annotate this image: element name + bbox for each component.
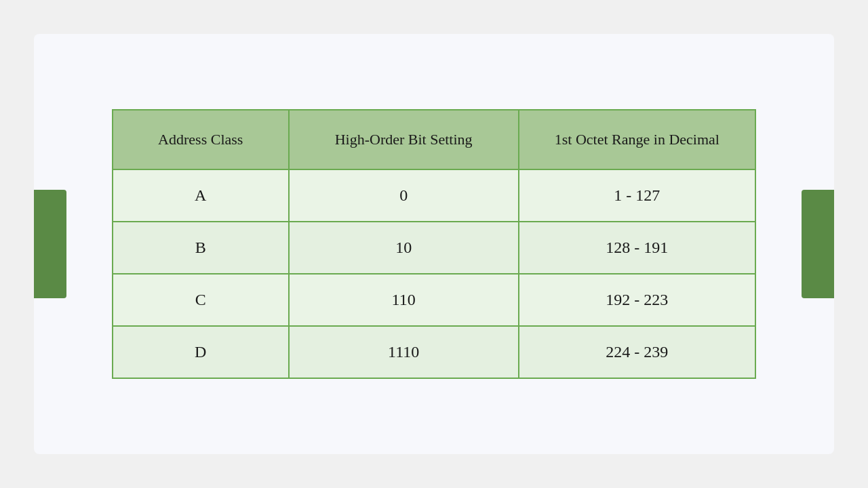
col-header-octet-range: 1st Octet Range in Decimal xyxy=(519,110,755,170)
col-header-high-order-bits: High-Order Bit Setting xyxy=(289,110,519,170)
slide-container: Address Class High-Order Bit Setting 1st… xyxy=(34,34,834,454)
green-bar-left xyxy=(34,190,66,298)
cell-address_class-2: C xyxy=(113,274,289,326)
cell-high_order_bits-3: 1110 xyxy=(289,326,519,378)
cell-high_order_bits-1: 10 xyxy=(289,222,519,274)
cell-high_order_bits-2: 110 xyxy=(289,274,519,326)
table-row: B10128 - 191 xyxy=(113,222,755,274)
cell-octet_range-0: 1 - 127 xyxy=(519,169,755,222)
col-header-address-class: Address Class xyxy=(113,110,289,170)
address-class-table: Address Class High-Order Bit Setting 1st… xyxy=(112,109,756,380)
table-row: C110192 - 223 xyxy=(113,274,755,326)
cell-octet_range-2: 192 - 223 xyxy=(519,274,755,326)
table-wrapper: Address Class High-Order Bit Setting 1st… xyxy=(112,109,756,380)
green-bar-right xyxy=(802,190,834,298)
cell-address_class-1: B xyxy=(113,222,289,274)
table-row: D1110224 - 239 xyxy=(113,326,755,378)
cell-address_class-3: D xyxy=(113,326,289,378)
cell-octet_range-1: 128 - 191 xyxy=(519,222,755,274)
table-row: A01 - 127 xyxy=(113,169,755,222)
cell-high_order_bits-0: 0 xyxy=(289,169,519,222)
table-header-row: Address Class High-Order Bit Setting 1st… xyxy=(113,110,755,170)
cell-address_class-0: A xyxy=(113,169,289,222)
cell-octet_range-3: 224 - 239 xyxy=(519,326,755,378)
